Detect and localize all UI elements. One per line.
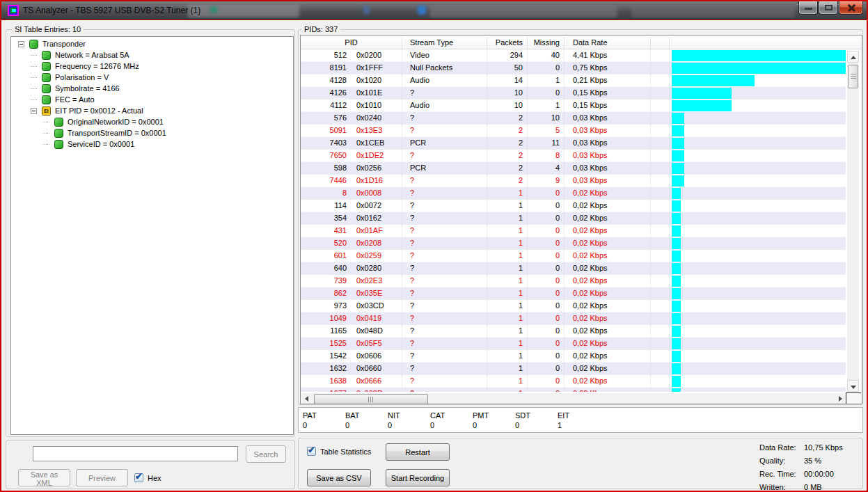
horizontal-scrollbar[interactable] [301,393,846,404]
tree-item[interactable]: ServiceID = 0x0001 [11,138,293,150]
cell-missing: 5 [528,125,565,137]
start-recording-button[interactable]: Start Recording [386,469,450,486]
table-row[interactable]: 6010x0259?100,02 Kbps [301,250,846,262]
table-row[interactable]: 74030x1CEBPCR2110,03 Kbps [301,137,846,150]
search-button[interactable]: Search [246,445,286,463]
column-header-missing[interactable]: Missing [528,37,565,49]
table-row[interactable]: 16770x068D?100,02 Kbps [301,388,846,392]
close-button[interactable] [839,1,863,15]
table-row[interactable]: 1140x0072?100,02 Kbps [301,200,846,212]
cell-packets: 1 [487,250,528,262]
cell-packets: 10 [487,87,528,100]
si-counter-value: 0 [345,420,388,430]
cell-rate-bar [670,162,846,175]
cell-empty [651,350,670,363]
table-row[interactable]: 11650x048D?100,02 Kbps [301,325,846,338]
cell-packets: 1 [487,312,528,325]
stat-row: Rec. Time:00:00:00 [759,469,860,482]
hex-checkbox-label[interactable]: Hex [148,473,161,483]
tree-item[interactable]: FEC = Auto [11,94,293,105]
cell-pid-dec: 601 [301,250,351,262]
data-rate-bar [672,388,681,392]
cell-missing: 1 [528,100,565,112]
table-row[interactable]: 81910x1FFFNull Packets5000,75 Kbps [301,62,846,74]
tree-item[interactable]: EIEIT PID = 0x0012 - Actual [11,105,293,116]
scroll-right-button[interactable] [835,393,846,404]
cell-packets: 1 [487,300,528,312]
cell-empty [651,237,670,250]
maximize-button[interactable] [819,1,838,15]
cell-packets: 294 [487,49,528,62]
table-row[interactable]: 50910x13E3?250,03 Kbps [301,125,846,137]
cell-empty [651,100,670,112]
cell-pid-dec: 512 [301,49,351,62]
search-input[interactable] [33,446,238,461]
tree-item[interactable]: TransportStreamID = 0x0001 [11,127,293,138]
cell-stream-type: ? [402,275,487,287]
table-row[interactable]: 8620x035E?100,02 Kbps [301,287,846,300]
cell-missing: 0 [528,87,565,100]
pids-groupbox: PIDs: 337 PID Stream Type Packets Missin… [298,29,863,405]
cell-empty [651,275,670,287]
table-row[interactable]: 7390x02E3?100,02 Kbps [301,275,846,287]
cell-packets: 2 [487,125,528,137]
table-row[interactable]: 5980x0256PCR240,03 Kbps [301,162,846,175]
column-header-data-rate[interactable]: Data Rate [565,37,651,49]
minimize-button[interactable] [798,1,818,15]
cell-stream-type: Video [402,49,487,62]
column-header-packets[interactable]: Packets [487,37,528,49]
table-row[interactable]: 9730x03CD?100,02 Kbps [301,300,846,312]
tree-item[interactable]: Polarisation = V [11,72,293,83]
scroll-left-button[interactable] [301,393,313,404]
column-header-pid[interactable]: PID [301,37,402,49]
table-row[interactable]: 16320x0660?100,02 Kbps [301,363,846,375]
table-row[interactable]: 74460x1D16?290,03 Kbps [301,175,846,187]
app-icon[interactable] [8,5,19,16]
table-row[interactable]: 6400x0280?100,02 Kbps [301,262,846,275]
column-header-stream-type[interactable]: Stream Type [402,37,487,49]
tree-expander-minus[interactable] [18,41,24,47]
green-entry-icon [42,73,51,82]
table-statistics-checkbox[interactable]: ✔ [307,447,316,456]
save-as-xml-button[interactable]: Save as XML [18,469,70,486]
table-row[interactable]: 16380x0666?100,02 Kbps [301,375,846,388]
table-row[interactable]: 41120x1010Audio1010,15 Kbps [301,100,846,112]
title-bar[interactable]: TS Analyzer - TBS 5927 USB DVB-S2 Tuner … [1,1,867,19]
scroll-up-button[interactable] [847,51,859,63]
tree-item[interactable]: Network = Arabsat 5A [11,49,293,61]
table-row[interactable]: 15420x0606?100,02 Kbps [301,350,846,363]
table-row[interactable]: 5760x0240?2100,03 Kbps [301,112,846,125]
data-rate-bar [672,238,681,249]
table-row[interactable]: 41280x1020Audio1410,21 Kbps [301,74,846,87]
cell-data-rate: 0,03 Kbps [565,162,651,175]
tree-item[interactable]: Frequency = 12676 MHz [11,61,293,72]
vertical-scrollbar[interactable] [847,51,859,392]
si-tree[interactable]: TransponderNetwork = Arabsat 5AFrequency… [10,36,294,435]
table-row[interactable]: 3540x0162?100,02 Kbps [301,212,846,225]
table-row[interactable]: 80x0008?100,02 Kbps [301,187,846,200]
table-statistics-label[interactable]: Table Statistics [320,447,371,457]
cell-pid-hex: 0x035E [351,287,402,300]
save-as-csv-button[interactable]: Save as CSV [307,469,371,486]
restart-button[interactable]: Restart [386,443,450,461]
table-row[interactable]: 4310x01AF?100,02 Kbps [301,225,846,237]
tree-item[interactable]: OriginalNetworkID = 0x0001 [11,116,293,127]
tree-expander-minus[interactable] [31,108,37,114]
table-row[interactable]: 10490x0419?100,02 Kbps [301,312,846,325]
cell-empty [651,250,670,262]
table-row[interactable]: 41260x101E?1000,15 Kbps [301,87,846,100]
table-row[interactable]: 15250x05F5?100,02 Kbps [301,338,846,350]
cell-missing: 0 [528,388,565,392]
preview-button[interactable]: Preview [76,469,128,486]
tree-item[interactable]: Transponder [11,38,293,49]
horizontal-scroll-thumb[interactable] [314,394,428,404]
arrow-right-icon [839,396,842,402]
scroll-down-button[interactable] [847,380,859,392]
hex-checkbox[interactable]: ✔ [134,473,143,482]
table-row[interactable]: 5200x0208?100,02 Kbps [301,237,846,250]
cell-pid-dec: 4112 [301,100,351,112]
table-row[interactable]: 5120x0200Video294404,41 Kbps [301,49,846,62]
tree-item[interactable]: Symbolrate = 4166 [11,83,293,94]
table-row[interactable]: 76500x1DE2?280,03 Kbps [301,150,846,162]
vertical-scroll-thumb[interactable] [848,65,858,88]
